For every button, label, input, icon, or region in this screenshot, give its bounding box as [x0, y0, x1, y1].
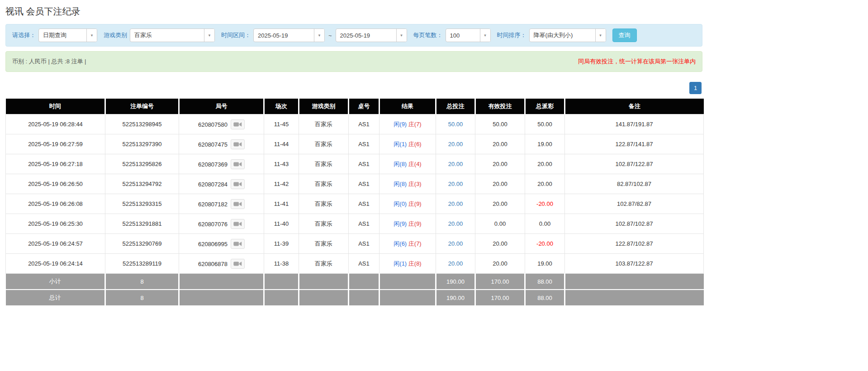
- cell-session: 11-45: [264, 114, 299, 134]
- cell-total-bet: 20.00: [436, 234, 475, 254]
- chevron-down-icon[interactable]: ▾: [396, 29, 407, 42]
- table-head-row: 时间注单编号局号场次游戏类别桌号结果总投注有效投注总派彩备注: [6, 99, 704, 114]
- video-icon[interactable]: [231, 259, 245, 269]
- total-bet-link[interactable]: 50.00: [448, 121, 463, 128]
- total-bet-link[interactable]: 20.00: [448, 260, 463, 267]
- cell-time: 2025-05-19 06:28:44: [6, 114, 105, 134]
- date-to-select[interactable]: 2025-05-19 ▾: [336, 29, 407, 42]
- chevron-down-icon[interactable]: ▾: [480, 29, 490, 42]
- cell-game-type: 百家乐: [299, 234, 349, 254]
- column-header: 结果: [379, 99, 436, 114]
- cell-session: 11-41: [264, 194, 299, 214]
- page-size-select[interactable]: 100 ▾: [446, 29, 491, 42]
- time-range-label: 时间区间：: [221, 31, 251, 39]
- query-type-select[interactable]: 日期查询 ▾: [38, 29, 97, 42]
- cell-table-no: AS1: [349, 114, 379, 134]
- cell-valid-bet: 0.00: [475, 214, 525, 234]
- summary-count: 8: [105, 274, 179, 290]
- records-table: 时间注单编号局号场次游戏类别桌号结果总投注有效投注总派彩备注 2025-05-1…: [5, 99, 704, 306]
- chevron-down-icon[interactable]: ▾: [86, 29, 97, 42]
- cell-total-bet: 20.00: [436, 254, 475, 274]
- cell-bet-id: 522513293315: [105, 194, 179, 214]
- cell-time: 2025-05-19 06:24:14: [6, 254, 105, 274]
- total-bet-link[interactable]: 20.00: [448, 240, 463, 247]
- cell-note: 103.87/122.87: [565, 254, 704, 274]
- cell-time: 2025-05-19 06:27:59: [6, 134, 105, 154]
- column-header: 总派彩: [525, 99, 565, 114]
- search-button[interactable]: 查询: [612, 29, 637, 42]
- game-type-label: 游戏类别: [104, 31, 127, 39]
- result-player: 闲(8): [394, 161, 407, 167]
- video-icon[interactable]: [231, 239, 245, 249]
- column-header: 总投注: [436, 99, 475, 114]
- cell-round: 620807580: [179, 114, 264, 134]
- cell-bet-id: 522513297390: [105, 134, 179, 154]
- cell-bet-id: 522513295826: [105, 154, 179, 174]
- result-player: 闲(9): [394, 121, 407, 128]
- total-bet-link[interactable]: 20.00: [448, 181, 463, 187]
- cell-result: 闲(1) 庄(8): [379, 254, 436, 274]
- chevron-down-icon[interactable]: ▾: [595, 29, 606, 42]
- time-sort-select[interactable]: 降幂(由大到小) ▾: [529, 29, 606, 42]
- cell-result: 闲(1) 庄(6): [379, 134, 436, 154]
- cell-note: 122.87/102.87: [565, 234, 704, 254]
- video-icon[interactable]: [231, 219, 245, 229]
- cell-note: 82.87/102.87: [565, 174, 704, 194]
- time-sort-label: 时间排序：: [497, 31, 526, 39]
- cell-valid-bet: 20.00: [475, 174, 525, 194]
- date-from-value: 2025-05-19: [254, 29, 314, 42]
- cell-payout: 50.00: [525, 114, 565, 134]
- video-icon[interactable]: [231, 119, 245, 129]
- page-button[interactable]: 1: [689, 82, 702, 94]
- cell-round: 620806878: [179, 254, 264, 274]
- cell-valid-bet: 20.00: [475, 134, 525, 154]
- cell-session: 11-44: [264, 134, 299, 154]
- summary-valid-bet: 170.00: [475, 290, 525, 306]
- cell-total-bet: 20.00: [436, 174, 475, 194]
- table-foot: 小计8190.00170.0088.00总计8190.00170.0088.00: [6, 274, 704, 306]
- video-icon[interactable]: [231, 179, 245, 189]
- cell-total-bet: 20.00: [436, 154, 475, 174]
- result-banker: 庄(6): [408, 141, 422, 147]
- total-bet-link[interactable]: 20.00: [448, 161, 463, 167]
- cell-total-bet: 20.00: [436, 214, 475, 234]
- summary-total-bet: 190.00: [436, 274, 475, 290]
- video-icon[interactable]: [231, 199, 245, 209]
- cell-payout: 19.00: [525, 254, 565, 274]
- video-icon[interactable]: [231, 159, 245, 169]
- cell-table-no: AS1: [349, 194, 379, 214]
- cell-valid-bet: 50.00: [475, 114, 525, 134]
- date-from-select[interactable]: 2025-05-19 ▾: [253, 29, 325, 42]
- cell-round: 620806995: [179, 234, 264, 254]
- chevron-down-icon[interactable]: ▾: [314, 29, 324, 42]
- column-header: 场次: [264, 99, 299, 114]
- cell-note: 102.87/122.87: [565, 154, 704, 174]
- video-icon[interactable]: [231, 139, 245, 149]
- cell-table-no: AS1: [349, 254, 379, 274]
- cell-table-no: AS1: [349, 154, 379, 174]
- cell-time: 2025-05-19 06:26:50: [6, 174, 105, 194]
- total-bet-link[interactable]: 20.00: [448, 141, 463, 147]
- table-row: 2025-05-19 06:28:44522513298945620807580…: [6, 114, 704, 134]
- total-bet-link[interactable]: 20.00: [448, 200, 463, 207]
- result-player: 闲(1): [394, 141, 407, 147]
- cell-payout: 0.00: [525, 214, 565, 234]
- cell-table-no: AS1: [349, 174, 379, 194]
- chevron-down-icon[interactable]: ▾: [204, 29, 214, 42]
- summary-row: 总计8190.00170.0088.00: [6, 290, 704, 306]
- page-size-value: 100: [446, 29, 480, 42]
- column-header: 游戏类别: [299, 99, 349, 114]
- table-body: 2025-05-19 06:28:44522513298945620807580…: [6, 114, 704, 274]
- cell-session: 11-39: [264, 234, 299, 254]
- cell-bet-id: 522513294792: [105, 174, 179, 194]
- cell-bet-id: 522513298945: [105, 114, 179, 134]
- cell-result: 闲(8) 庄(4): [379, 154, 436, 174]
- cell-result: 闲(0) 庄(9): [379, 194, 436, 214]
- summary-count: 8: [105, 290, 179, 306]
- total-bet-link[interactable]: 20.00: [448, 220, 463, 227]
- cell-game-type: 百家乐: [299, 154, 349, 174]
- table-row: 2025-05-19 06:24:14522513289119620806878…: [6, 254, 704, 274]
- page-title: 视讯 会员下注纪录: [5, 5, 702, 18]
- table-row: 2025-05-19 06:24:57522513290769620806995…: [6, 234, 704, 254]
- game-type-select[interactable]: 百家乐 ▾: [130, 29, 215, 42]
